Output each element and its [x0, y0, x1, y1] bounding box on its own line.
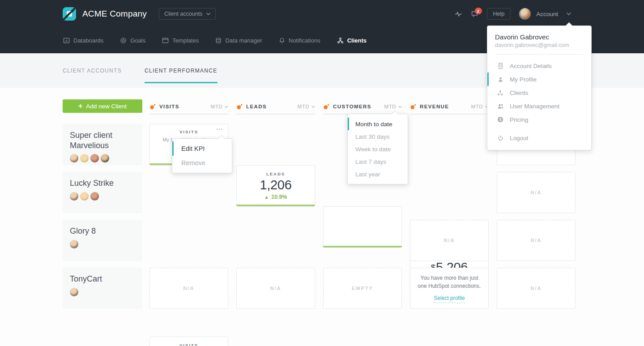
user-avatar[interactable] [519, 8, 531, 20]
client-avatars [70, 192, 135, 201]
avatar [90, 192, 99, 201]
hubspot-connection-message: You have more than just one HubSpot conn… [418, 274, 481, 290]
kpi-card-leads[interactable]: LEADS 1,206 10.9% [236, 165, 315, 206]
menu-item-pricing[interactable]: $ Pricing [487, 113, 591, 126]
client-name: TonyCart [70, 274, 135, 284]
kpi-card-na: N/A [497, 172, 576, 213]
account-chevron-down-icon[interactable] [567, 13, 571, 15]
kpi-card-na: N/A [497, 220, 576, 261]
tab-client-performance[interactable]: CLIENT PERFORMANCE [145, 53, 218, 88]
nav-data-manager[interactable]: Data manager [215, 37, 262, 44]
menu-item-edit-kpi[interactable]: Edit KPI [172, 141, 232, 156]
pricing-dollar-icon: $ [497, 116, 504, 123]
menu-item-clients[interactable]: Clients [487, 86, 591, 99]
column-header-customers: CUSTOMERS MTD [323, 103, 402, 111]
kpi-value: 1,206 [260, 178, 291, 192]
templates-icon [162, 37, 169, 44]
hubspot-icon [149, 104, 156, 110]
period-option-last-year[interactable]: Last year [348, 168, 408, 180]
avatar [70, 240, 78, 248]
account-menu-label[interactable]: Account [536, 11, 558, 17]
client-avatars [70, 240, 135, 248]
avatar [70, 192, 78, 201]
column-title: CUSTOMERS [333, 104, 371, 109]
menu-item-remove[interactable]: Remove [172, 156, 232, 170]
kpi-card-na: N/A [410, 220, 489, 261]
kpi-context-menu: Edit KPI Remove [172, 138, 232, 173]
menu-item-logout[interactable]: Logout [487, 131, 591, 145]
kpi-delta: 10.9% [264, 194, 287, 200]
chevron-down-icon [206, 13, 210, 15]
menu-item-my-profile[interactable]: My Profile [487, 73, 591, 86]
avatar [70, 288, 78, 296]
avatar [70, 154, 78, 162]
period-selector-visits[interactable]: MTD [211, 104, 228, 109]
period-option-week-to-date[interactable]: Week to date [348, 143, 408, 155]
client-card-tonycart[interactable]: TonyCart [63, 268, 142, 309]
nav-templates[interactable]: Templates [162, 37, 199, 44]
kpi-card-empty: EMPTY [323, 268, 402, 309]
period-option-month-to-date[interactable]: Month to date [348, 118, 408, 130]
client-name: Lucky Strike [70, 178, 135, 188]
hubspot-icon [323, 104, 329, 110]
kpi-card-visits[interactable]: VISITS 849,194 8.9% [149, 337, 228, 346]
main-navigation: Databoards Goals Templates Data manager … [63, 28, 367, 53]
kpi-card-na: N/A [149, 268, 228, 309]
menu-item-user-management[interactable]: User Management [487, 99, 591, 113]
avatar [80, 192, 89, 201]
avatar [80, 154, 89, 162]
notifications-chat-icon[interactable]: 2 [471, 11, 478, 17]
nav-notifications[interactable]: Notifications [279, 37, 320, 44]
column-header-leads: LEADS MTD [236, 103, 315, 111]
nav-databoards[interactable]: Databoards [63, 37, 103, 44]
notification-count-badge: 2 [475, 8, 482, 14]
avatar [101, 154, 109, 162]
chevron-down-icon [225, 106, 228, 108]
avatar [90, 154, 99, 162]
period-selector-revenue[interactable]: MTD [471, 104, 489, 109]
period-option-last-30-days[interactable]: Last 30 days [348, 130, 408, 143]
kpi-label: VISITS [179, 129, 198, 134]
help-button[interactable]: Help [487, 8, 511, 20]
nav-goals[interactable]: Goals [120, 37, 145, 44]
kpi-options-icon[interactable] [217, 127, 223, 132]
select-profile-link[interactable]: Select profile [434, 294, 465, 303]
client-card-lucky-strike[interactable]: Lucky Strike [63, 172, 142, 213]
column-title: LEADS [246, 104, 267, 109]
column-title: REVENUE [420, 104, 449, 109]
nav-clients[interactable]: Clients [337, 37, 367, 44]
clients-hierarchy-icon [497, 90, 504, 96]
client-card-glory-8[interactable]: Glory 8 [63, 220, 142, 261]
client-avatars [70, 154, 135, 162]
kpi-label: LEADS [266, 171, 285, 176]
databoards-icon [63, 37, 70, 44]
client-name: Super client Marvelious [70, 130, 135, 150]
power-icon [497, 135, 504, 141]
person-icon [497, 77, 504, 82]
period-selector-leads[interactable]: MTD [298, 104, 315, 109]
kpi-label: VISITS [179, 343, 198, 346]
client-accounts-selector[interactable]: Client accounts [159, 8, 216, 20]
tab-client-accounts[interactable]: CLIENT ACCOUNTS [63, 53, 122, 88]
column-header-revenue: REVENUE MTD [410, 103, 489, 111]
databox-logo-icon [63, 7, 76, 21]
data-manager-icon [215, 37, 222, 44]
menu-item-account-details[interactable]: Account Details [487, 59, 591, 73]
period-selector-customers[interactable]: MTD [384, 104, 402, 109]
hubspot-icon [236, 104, 243, 110]
add-new-client-button[interactable]: + Add new Client [63, 99, 142, 113]
client-name: Glory 8 [70, 226, 135, 236]
kpi-card-na: N/A [236, 268, 315, 309]
brand-name: ACME Company [82, 9, 147, 19]
client-accounts-selector-label: Client accounts [164, 11, 202, 17]
client-card-super-client-marvelious[interactable]: Super client Marvelious [63, 124, 142, 165]
column-header-visits: VISITS MTD [149, 103, 228, 111]
activity-pulse-icon[interactable] [455, 10, 462, 17]
building-icon [497, 63, 504, 69]
trend-up-icon [264, 194, 269, 200]
kpi-card-customers[interactable] [323, 206, 402, 248]
bell-icon [279, 37, 285, 44]
svg-text:$: $ [499, 117, 502, 122]
period-option-last-7-days[interactable]: Last 7 days [348, 155, 408, 168]
chevron-down-icon [311, 106, 315, 108]
